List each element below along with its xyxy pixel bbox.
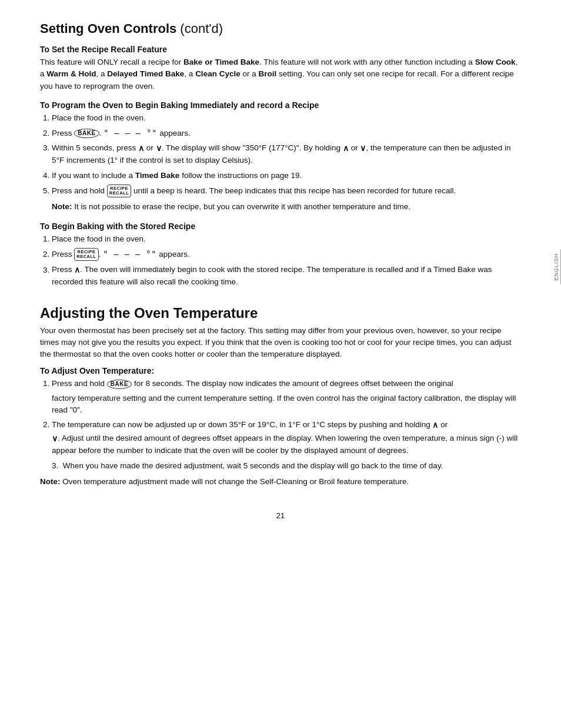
page: ENGLISH Setting Oven Controls (cont'd) T…	[0, 0, 561, 555]
arrow-up-icon: ∧	[138, 143, 144, 153]
section2-title: Adjusting the Oven Temperature	[40, 305, 521, 321]
stored-recipe-heading: To Begin Baking with the Stored Recipe	[40, 222, 521, 231]
side-tab: ENGLISH	[553, 250, 561, 284]
stored-step-2: Press RECIPERECALL. " — — — °" appears.	[52, 248, 521, 261]
arrow-down-icon: ∨	[156, 143, 162, 153]
recipe-recall-heading: To Set the Recipe Recall Feature	[40, 45, 521, 54]
bake-button2: BAKE	[107, 380, 132, 389]
adjust-step-1: Press and hold BAKE for 8 seconds. The d…	[52, 378, 521, 416]
stored-step-1: Place the food in the oven.	[52, 233, 521, 245]
page-number: 21	[40, 511, 521, 520]
adjust-temp-subheading: To Adjust Oven Temperature:	[40, 366, 521, 375]
program-heading: To Program the Oven to Begin Baking Imme…	[40, 100, 521, 110]
recipe-recall-button: RECIPERECALL	[107, 184, 131, 198]
program-step-2: Press BAKE. " — — — °" appears.	[52, 127, 521, 139]
section1-title-suffix: (cont'd)	[176, 21, 223, 36]
section2-intro: Your oven thermostat has been precisely …	[40, 325, 521, 361]
arrow-down-icon2: ∨	[360, 143, 366, 153]
arrow-up-icon3: ∧	[74, 265, 80, 274]
arrow-down-icon3: ∨	[52, 434, 58, 443]
recipe-recall-button2: RECIPERECALL	[74, 248, 98, 261]
adjust-step-1-cont: factory temperature setting and the curr…	[52, 392, 521, 417]
section1-title-bold: Setting Oven Controls	[40, 21, 176, 36]
adjust-step-2-cont: ∨. Adjust until the desired amount of de…	[52, 432, 521, 457]
program-note: Note: It is not possible to erase the re…	[52, 201, 521, 213]
stored-recipe-steps: Place the food in the oven. Press RECIPE…	[52, 233, 521, 288]
recipe-recall-intro: This feature will ONLY recall a recipe f…	[40, 56, 521, 92]
adjust-step-2: The temperature can now be adjusted up o…	[52, 419, 521, 457]
arrow-up-icon4: ∧	[432, 420, 438, 430]
program-step-5: Press and hold RECIPERECALL until a beep…	[52, 184, 521, 198]
program-steps: Place the food in the oven. Press BAKE. …	[52, 112, 521, 198]
stored-step-3: Press ∧. The oven will immediately begin…	[52, 264, 521, 288]
adjust-note: Note: Oven temperature adjustment made w…	[40, 476, 521, 488]
adjust-temp-steps: Press and hold BAKE for 8 seconds. The d…	[52, 378, 521, 457]
arrow-up-icon2: ∧	[343, 143, 349, 153]
adjust-step-3: 3. When you have made the desired adjust…	[52, 460, 521, 472]
program-step-1: Place the food in the oven.	[52, 112, 521, 124]
program-step-3: Within 5 seconds, press ∧ or ∨. The disp…	[52, 142, 521, 166]
bake-button: BAKE	[74, 129, 99, 138]
section1-title: Setting Oven Controls (cont'd)	[40, 21, 521, 36]
program-step-4: If you want to include a Timed Bake foll…	[52, 170, 521, 182]
